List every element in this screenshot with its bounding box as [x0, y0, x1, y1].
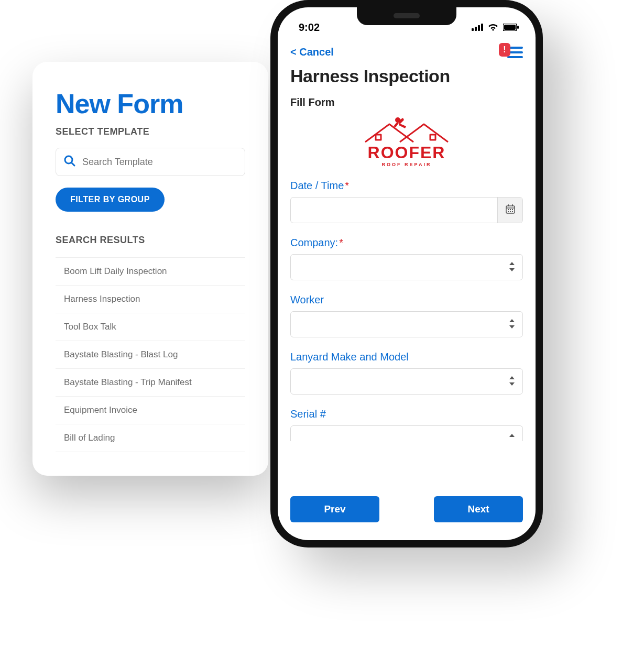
page-title: Harness Inspection [290, 66, 523, 86]
status-time: 9:02 [299, 21, 320, 34]
search-template-input[interactable] [82, 157, 237, 168]
template-item[interactable]: Tool Box Talk [56, 313, 245, 341]
svg-rect-17 [510, 209, 511, 210]
svg-marker-24 [509, 319, 515, 322]
lanyard-label: Lanyard Make and Model [290, 351, 409, 363]
new-form-card: New Form SELECT TEMPLATE FILTER BY GROUP… [32, 62, 268, 476]
company-label: Company: [290, 237, 338, 248]
phone-mockup: 9:02 [270, 0, 543, 547]
search-icon [63, 155, 76, 169]
svg-marker-28 [509, 434, 515, 437]
template-item[interactable]: Boom Lift Daily Inspection [56, 258, 245, 286]
roof-icon [362, 115, 451, 146]
svg-rect-5 [481, 24, 483, 31]
svg-rect-7 [504, 25, 516, 30]
svg-rect-14 [508, 204, 509, 206]
form-nav: Prev Next [290, 496, 523, 522]
required-indicator: * [339, 237, 343, 248]
phone-notch [357, 7, 456, 25]
alert-badge: ! [499, 43, 510, 57]
phone-screen: 9:02 [278, 7, 536, 540]
field-worker: Worker [290, 294, 523, 337]
calendar-icon [506, 204, 515, 216]
calendar-button[interactable] [497, 198, 522, 223]
svg-rect-18 [512, 209, 513, 210]
template-item[interactable]: Harness Inspection [56, 286, 245, 313]
app-header: < Cancel ! [278, 38, 536, 60]
logo-brand: ROOFER [362, 144, 451, 161]
svg-marker-25 [509, 325, 515, 328]
select-caret-icon [509, 376, 515, 387]
svg-rect-15 [512, 204, 513, 206]
template-item[interactable]: Bill of Lading [56, 424, 245, 452]
company-logo: ROOFER ROOF REPAIR [290, 115, 523, 167]
search-results-label: SEARCH RESULTS [56, 235, 245, 246]
svg-rect-20 [510, 211, 511, 212]
next-button[interactable]: Next [434, 496, 523, 522]
new-form-title: New Form [56, 89, 245, 119]
svg-rect-4 [478, 25, 480, 31]
logo-tagline: ROOF REPAIR [362, 162, 451, 167]
svg-rect-21 [512, 211, 513, 212]
field-serial: Serial # [290, 408, 523, 441]
lanyard-select[interactable] [290, 368, 523, 395]
select-caret-icon [509, 262, 515, 272]
svg-marker-27 [509, 382, 515, 386]
svg-rect-19 [508, 211, 509, 212]
svg-marker-23 [509, 268, 515, 271]
menu-button[interactable]: ! [499, 47, 523, 58]
date-time-label: Date / Time [290, 180, 344, 191]
worker-label: Worker [290, 294, 324, 305]
field-date-time: Date / Time* [290, 180, 523, 223]
serial-select[interactable] [290, 425, 523, 441]
filter-by-group-button[interactable]: FILTER BY GROUP [56, 188, 165, 212]
svg-rect-9 [376, 135, 381, 140]
cancel-button[interactable]: < Cancel [290, 46, 334, 58]
template-item[interactable]: Baystate Blasting - Trip Manifest [56, 369, 245, 397]
svg-rect-8 [517, 26, 519, 29]
form-area: Fill Form [290, 96, 523, 488]
select-caret-icon [509, 319, 515, 330]
company-select[interactable] [290, 254, 523, 280]
search-template-field[interactable] [56, 148, 245, 176]
date-time-input-row[interactable] [290, 197, 523, 223]
search-results-list: Boom Lift Daily Inspection Harness Inspe… [56, 257, 245, 452]
template-item[interactable]: Baystate Blasting - Blast Log [56, 341, 245, 369]
battery-icon [503, 21, 519, 34]
field-lanyard: Lanyard Make and Model [290, 351, 523, 395]
serial-label: Serial # [290, 408, 326, 420]
svg-rect-3 [475, 27, 477, 31]
wifi-icon [487, 21, 499, 34]
svg-line-1 [71, 162, 74, 166]
svg-rect-2 [472, 28, 474, 31]
required-indicator: * [345, 180, 349, 191]
select-template-label: SELECT TEMPLATE [56, 126, 245, 137]
field-company: Company:* [290, 237, 523, 280]
svg-marker-22 [509, 262, 515, 265]
svg-marker-26 [509, 376, 515, 379]
svg-rect-10 [430, 135, 435, 140]
prev-button[interactable]: Prev [290, 496, 379, 522]
select-caret-icon [509, 433, 515, 440]
worker-select[interactable] [290, 311, 523, 337]
fill-form-label: Fill Form [290, 96, 523, 108]
template-item[interactable]: Equipment Invoice [56, 397, 245, 424]
cellular-icon [472, 21, 483, 34]
svg-rect-16 [508, 209, 509, 210]
date-time-input[interactable] [291, 198, 497, 223]
